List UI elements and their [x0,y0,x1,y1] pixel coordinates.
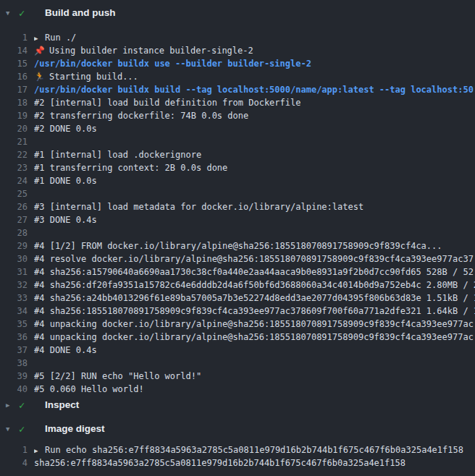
log-line: 36#4 unpacking docker.io/library/alpine@… [0,331,475,344]
log-line: 29#4 [1/2] FROM docker.io/library/alpine… [0,239,475,252]
log-text-content: #4 sha256:df20fa9351a15782c64e6dddb2d4a6… [34,280,475,290]
log-text: #5 0.060 Hello world! [34,383,144,396]
log-line: 26#3 [internal] load metadata for docker… [0,200,475,213]
line-number[interactable]: 39 [0,370,28,383]
log-line: 4sha256:e7ff8834a5963a2785c5a0811e979d16… [0,456,475,469]
section-title: Build and push [45,5,116,21]
log-line: 24#1 DONE 0.0s [0,174,475,187]
success-check-icon: ✓ [19,421,30,437]
line-number[interactable]: 31 [0,265,28,279]
line-number[interactable]: 17 [0,83,28,96]
log-text-content: Run ./ [45,33,76,43]
log-text-content: #4 sha256:185518070891758909c9f839cf4ca3… [34,306,475,316]
log-text: #4 unpacking docker.io/library/alpine@sh… [34,318,474,331]
log-line: 1▶Run ./ [0,31,475,44]
workflow-log-viewer: ▼✓Build and push1▶Run ./14📌Using builder… [0,0,475,476]
log-text-content: #4 sha256:a24bb4013296f61e89ba57005a7b3e… [34,293,475,303]
log-lines: 1▶Run echo sha256:e7ff8834a5963a2785c5a0… [0,443,475,469]
log-text-content: #4 [1/2] FROM docker.io/library/alpine@s… [34,241,442,251]
log-line: 15/usr/bin/docker buildx use --builder b… [0,57,475,70]
log-line: 1▶Run echo sha256:e7ff8834a5963a2785c5a0… [0,443,475,456]
log-line: 28 [0,226,475,239]
line-number[interactable]: 18 [0,96,28,109]
log-text: #4 [1/2] FROM docker.io/library/alpine@s… [34,239,442,252]
section-header-image-digest[interactable]: ▼✓Image digest [0,421,475,437]
log-text: #4 DONE 0.4s [34,344,97,357]
line-number[interactable]: 23 [0,161,28,174]
log-text: 🏃Starting build... [34,70,138,83]
log-text: /usr/bin/docker buildx build --tag local… [34,83,474,96]
log-text: 📌Using builder instance builder-single-2 [34,44,253,57]
line-number[interactable]: 16 [0,70,28,83]
line-number[interactable]: 24 [0,174,28,187]
log-text: sha256:e7ff8834a5963a2785c5a0811e979d16b… [34,456,405,469]
chevron-down-icon[interactable]: ▼ [6,5,17,21]
log-text-content: sha256:e7ff8834a5963a2785c5a0811e979d16b… [34,458,405,468]
log-text: #3 [internal] load metadata for docker.i… [34,200,363,213]
log-text: #4 sha256:185518070891758909c9f839cf4ca3… [34,305,475,318]
line-number[interactable]: 4 [0,456,28,469]
log-line: 31#4 sha256:a15790640a6690aa1730c38cf0a4… [0,265,475,279]
log-section-inspect: ▶✓Inspect [0,397,475,413]
line-number[interactable]: 27 [0,213,28,226]
chevron-right-icon[interactable]: ▶ [6,397,17,413]
line-number[interactable]: 19 [0,109,28,122]
pushpin-emoji: 📌 [34,44,45,57]
line-number[interactable]: 36 [0,331,28,344]
line-number[interactable]: 22 [0,148,28,161]
line-number[interactable]: 33 [0,292,28,305]
line-number[interactable]: 1 [0,31,28,44]
expand-toggle-icon[interactable]: ▶ [34,32,45,44]
line-number[interactable]: 29 [0,239,28,252]
line-number[interactable]: 35 [0,318,28,331]
log-text-content: Using builder instance builder-single-2 [49,46,253,56]
log-line: 17/usr/bin/docker buildx build --tag loc… [0,83,475,96]
section-header-build-and-push[interactable]: ▼✓Build and push [0,5,475,21]
log-line: 20#2 DONE 0.0s [0,122,475,135]
log-text: #2 transferring dockerfile: 74B 0.0s don… [34,109,248,122]
chevron-down-icon[interactable]: ▼ [6,421,17,437]
log-text: #4 unpacking docker.io/library/alpine@sh… [34,331,474,344]
line-number[interactable]: 37 [0,344,28,357]
expand-toggle-icon[interactable]: ▶ [34,444,45,456]
section-title: Image digest [45,421,105,437]
line-number[interactable]: 1 [0,443,28,456]
log-lines: 1▶Run ./14📌Using builder instance builde… [0,31,475,396]
log-line: 25 [0,187,475,200]
line-number[interactable]: 21 [0,135,28,148]
line-number[interactable]: 38 [0,357,28,370]
log-text-content: #4 sha256:a15790640a6690aa1730c38cf0a440… [34,267,474,277]
section-header-inspect[interactable]: ▶✓Inspect [0,397,475,413]
log-text: /usr/bin/docker buildx use --builder bui… [34,57,311,70]
line-number[interactable]: 28 [0,226,28,239]
log-text: #4 sha256:a15790640a6690aa1730c38cf0a440… [34,265,474,279]
line-number[interactable]: 34 [0,305,28,318]
section-title: Inspect [45,397,79,413]
log-text-content: #2 transferring dockerfile: 74B 0.0s don… [34,111,248,121]
line-number[interactable]: 15 [0,57,28,70]
line-number[interactable]: 14 [0,44,28,57]
log-text: #5 [2/2] RUN echo "Hello world!" [34,370,201,383]
line-number[interactable]: 32 [0,279,28,292]
line-number[interactable]: 26 [0,200,28,213]
log-text-content: Run echo sha256:e7ff8834a5963a2785c5a081… [45,445,463,455]
log-line: 37#4 DONE 0.4s [0,344,475,357]
log-text: #4 sha256:a24bb4013296f61e89ba57005a7b3e… [34,292,475,305]
log-line: 21 [0,135,475,148]
log-line: 30#4 resolve docker.io/library/alpine@sh… [0,252,475,265]
line-number[interactable]: 40 [0,383,28,396]
log-line: 23#1 transferring context: 2B 0.0s done [0,161,475,174]
log-text: ▶Run echo sha256:e7ff8834a5963a2785c5a08… [34,443,463,456]
log-line: 16🏃Starting build... [0,70,475,83]
log-text-content: /usr/bin/docker buildx use --builder bui… [34,59,311,69]
line-number[interactable]: 30 [0,252,28,265]
line-number[interactable]: 20 [0,122,28,135]
line-number[interactable]: 25 [0,187,28,200]
success-check-icon: ✓ [19,397,30,413]
log-text: #1 transferring context: 2B 0.0s done [34,161,227,174]
log-line: 18#2 [internal] load build definition fr… [0,96,475,109]
log-line: 39#5 [2/2] RUN echo "Hello world!" [0,370,475,383]
log-text-content: #4 resolve docker.io/library/alpine@sha2… [34,254,474,264]
success-check-icon: ✓ [19,5,30,21]
log-text: #4 sha256:df20fa9351a15782c64e6dddb2d4a6… [34,279,475,292]
